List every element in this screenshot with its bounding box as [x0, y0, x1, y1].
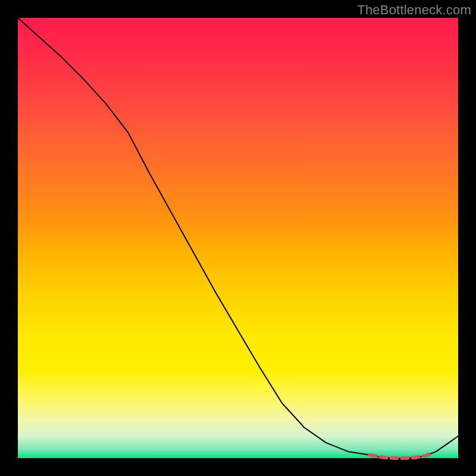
optimal-range-marker	[370, 453, 432, 458]
watermark-text: TheBottleneck.com	[357, 2, 471, 18]
chart-stage: TheBottleneck.com	[0, 0, 476, 476]
bottleneck-curve	[18, 18, 458, 458]
chart-overlay	[18, 18, 458, 458]
